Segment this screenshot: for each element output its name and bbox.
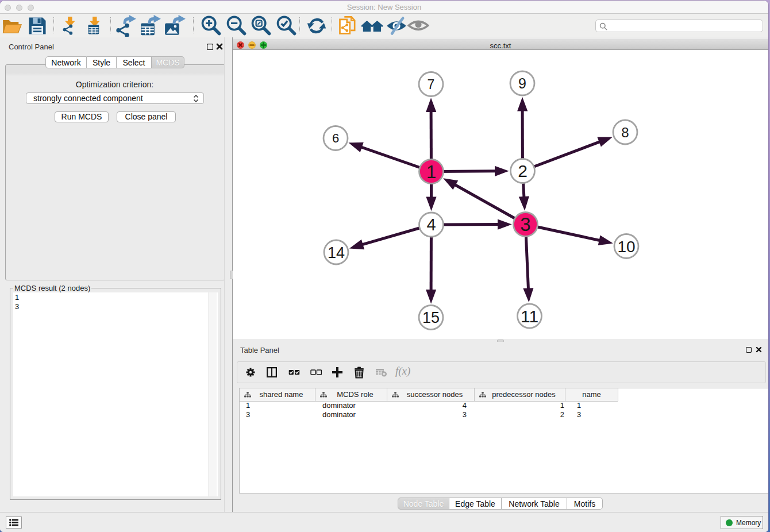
svg-text:8: 8	[621, 125, 629, 140]
svg-text:9: 9	[518, 75, 526, 91]
svg-text:15: 15	[422, 309, 440, 326]
svg-text:14: 14	[328, 244, 345, 261]
svg-text:1: 1	[426, 162, 436, 182]
svg-text:3: 3	[520, 214, 530, 235]
svg-text:10: 10	[617, 238, 635, 256]
svg-text:6: 6	[332, 131, 339, 145]
svg-text:11: 11	[521, 307, 538, 326]
svg-text:4: 4	[426, 215, 436, 234]
svg-text:2: 2	[518, 161, 528, 180]
svg-text:7: 7	[428, 77, 435, 92]
